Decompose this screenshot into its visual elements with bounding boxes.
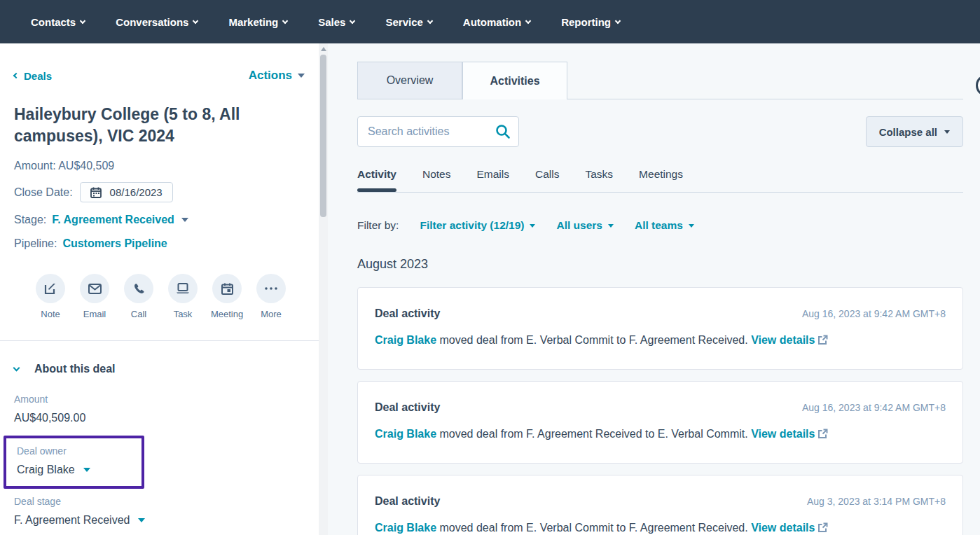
subtab-activity[interactable]: Activity xyxy=(357,168,396,192)
view-details-link[interactable]: View details xyxy=(751,428,828,440)
activity-card: Deal activity Aug 16, 2023 at 9:42 AM GM… xyxy=(357,381,963,464)
actor-link[interactable]: Craig Blake xyxy=(375,334,436,346)
pipeline-label: Pipeline: xyxy=(14,237,57,250)
activities-main: Overview Activities Collapse all Activit… xyxy=(328,43,980,535)
tab-activities[interactable]: Activities xyxy=(462,62,567,99)
task-icon xyxy=(168,274,198,303)
task-label: Task xyxy=(174,309,193,319)
amount-value: AU$40,509 xyxy=(58,160,114,172)
activity-card: Deal activity Aug 16, 2023 at 9:42 AM GM… xyxy=(357,287,963,370)
caret-down-icon[interactable] xyxy=(83,468,90,472)
call-label: Call xyxy=(131,309,146,319)
more-icon xyxy=(256,274,286,303)
task-button[interactable]: Task xyxy=(165,274,201,319)
back-to-deals-link[interactable]: Deals xyxy=(14,70,52,82)
filter-activity-label: Filter activity (12/19) xyxy=(420,219,524,232)
about-title: About this deal xyxy=(34,363,116,375)
all-users-dropdown[interactable]: All users xyxy=(556,219,613,232)
more-label: More xyxy=(261,309,282,319)
property-label: Deal owner xyxy=(17,445,132,457)
deal-sidebar: Deals Actions Haileybury College (5 to 8… xyxy=(0,43,319,535)
chevron-down-icon xyxy=(80,18,85,23)
actor-link[interactable]: Craig Blake xyxy=(375,522,436,534)
deal-owner-value[interactable]: Craig Blake xyxy=(17,464,75,476)
actions-label: Actions xyxy=(249,69,292,83)
call-button[interactable]: Call xyxy=(120,274,157,319)
subtab-notes[interactable]: Notes xyxy=(422,168,451,192)
close-date-label: Close Date: xyxy=(14,186,73,199)
about-this-deal-toggle[interactable]: About this deal xyxy=(14,363,305,375)
caret-down-icon xyxy=(944,130,950,134)
caret-down-icon[interactable] xyxy=(138,518,145,522)
chevron-down-icon xyxy=(615,18,621,23)
nav-label: Automation xyxy=(463,16,521,28)
tabs-border-line xyxy=(567,62,963,99)
card-title[interactable]: Deal activity xyxy=(375,307,440,320)
actor-link[interactable]: Craig Blake xyxy=(375,428,436,440)
card-title[interactable]: Deal activity xyxy=(375,401,440,414)
meeting-icon xyxy=(212,274,242,303)
all-teams-dropdown[interactable]: All teams xyxy=(635,219,694,232)
caret-down-icon[interactable] xyxy=(181,218,188,222)
stage-dropdown[interactable]: F. Agreement Received xyxy=(52,214,174,226)
deal-owner-highlight-box: Deal owner Craig Blake xyxy=(4,436,144,489)
property-value: AU$40,509.00 xyxy=(14,412,85,424)
note-button[interactable]: Note xyxy=(32,274,69,319)
all-teams-label: All teams xyxy=(635,219,683,232)
close-date-value: 08/16/2023 xyxy=(110,186,163,198)
tab-overview[interactable]: Overview xyxy=(357,62,462,99)
amount-line: Amount: AU$40,509 xyxy=(14,160,305,172)
nav-item-conversations[interactable]: Conversations xyxy=(116,16,198,28)
email-button[interactable]: Email xyxy=(76,274,113,319)
nav-item-service[interactable]: Service xyxy=(385,16,432,28)
more-button[interactable]: More xyxy=(253,274,289,319)
nav-label: Contacts xyxy=(31,16,76,28)
card-title[interactable]: Deal activity xyxy=(375,495,440,508)
filter-activity-dropdown[interactable]: Filter activity (12/19) xyxy=(420,219,535,232)
nav-label: Reporting xyxy=(561,16,611,28)
nav-item-contacts[interactable]: Contacts xyxy=(31,16,85,28)
chevron-down-icon xyxy=(350,18,355,23)
nav-item-reporting[interactable]: Reporting xyxy=(561,16,620,28)
view-details-label: View details xyxy=(751,522,815,534)
amount-label: Amount: xyxy=(14,160,56,172)
all-users-label: All users xyxy=(556,219,602,232)
view-details-link[interactable]: View details xyxy=(751,334,828,346)
chevron-down-icon xyxy=(525,18,531,23)
filter-by-label: Filter by: xyxy=(357,219,399,232)
meeting-button[interactable]: Meeting xyxy=(209,274,245,319)
caret-down-icon xyxy=(608,224,614,228)
nav-label: Conversations xyxy=(116,16,188,28)
quick-actions-row: Note Email Call xyxy=(32,274,305,319)
chevron-down-icon xyxy=(427,18,433,23)
record-tabs: Overview Activities xyxy=(357,62,963,99)
view-details-link[interactable]: View details xyxy=(751,522,828,534)
caret-down-icon xyxy=(298,74,305,78)
search-icon[interactable] xyxy=(495,124,511,142)
call-icon xyxy=(124,274,153,303)
note-icon xyxy=(36,274,65,303)
scroll-up-arrow-icon[interactable] xyxy=(321,47,326,51)
chevron-down-icon xyxy=(193,18,198,23)
email-icon xyxy=(80,274,109,303)
pipeline-link[interactable]: Customers Pipeline xyxy=(62,237,167,250)
top-navigation: Contacts Conversations Marketing Sales S… xyxy=(0,0,980,43)
nav-item-sales[interactable]: Sales xyxy=(318,16,354,28)
subtab-tasks[interactable]: Tasks xyxy=(585,168,613,192)
card-message: moved deal from E. Verbal Commit to F. A… xyxy=(436,522,751,534)
deal-stage-value[interactable]: F. Agreement Received xyxy=(14,514,130,527)
deal-title: Haileybury College (5 to 8, All campuses… xyxy=(14,104,266,147)
sidebar-scrollbar[interactable] xyxy=(319,43,328,535)
scrollbar-thumb[interactable] xyxy=(320,55,326,217)
nav-item-automation[interactable]: Automation xyxy=(463,16,530,28)
card-timestamp: Aug 16, 2023 at 9:42 AM GMT+8 xyxy=(802,308,946,319)
collapse-all-button[interactable]: Collapse all xyxy=(866,116,963,147)
subtab-meetings[interactable]: Meetings xyxy=(639,168,683,192)
nav-item-marketing[interactable]: Marketing xyxy=(228,16,287,28)
close-date-input[interactable]: 08/16/2023 xyxy=(80,182,173,202)
actions-dropdown[interactable]: Actions xyxy=(249,69,305,83)
collapse-all-label: Collapse all xyxy=(879,126,937,138)
subtab-calls[interactable]: Calls xyxy=(535,168,559,192)
email-label: Email xyxy=(83,309,106,319)
subtab-emails[interactable]: Emails xyxy=(477,168,510,192)
